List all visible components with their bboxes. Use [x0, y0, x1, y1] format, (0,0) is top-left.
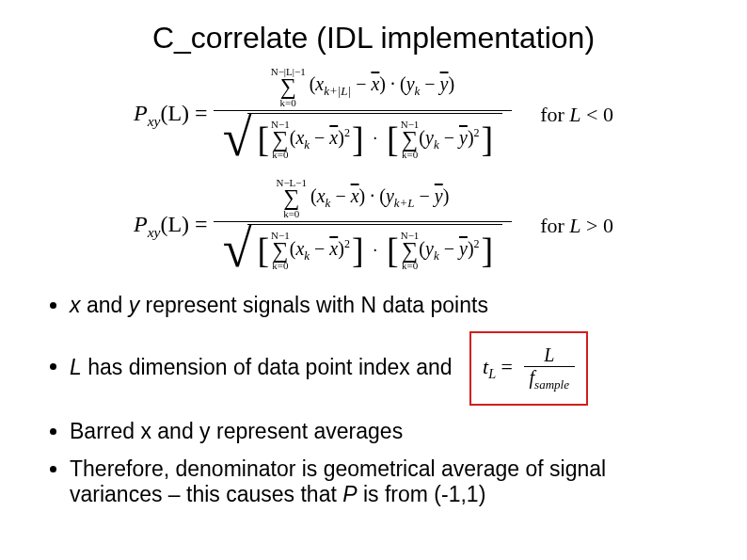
formula-fraction-neg: N−|L|−1 ∑ k=0 (xk+|L| − x) · (yk − y) √ … [214, 65, 513, 165]
list-item: Barred x and y represent averages [70, 419, 700, 443]
page-title: C_correlate (IDL implementation) [0, 21, 747, 56]
formula-lhs: Pxy(L) = [134, 101, 208, 130]
list-item: x and y represent signals with N data po… [70, 293, 700, 317]
formula-block: Pxy(L) = N−|L|−1 ∑ k=0 (xk+|L| − x) · (y… [16, 65, 731, 276]
formula-row-neg: Pxy(L) = N−|L|−1 ∑ k=0 (xk+|L| − x) · (y… [16, 65, 731, 165]
formula-lhs: Pxy(L) = [134, 212, 208, 241]
bullet-list: x and y represent signals with N data po… [70, 293, 700, 506]
formula-condition-pos: for L > 0 [540, 214, 613, 238]
sum-icon: N−1∑k=0 [271, 120, 290, 161]
sum-icon: N−1∑k=0 [271, 231, 290, 272]
sum-icon: N−|L|−1 ∑ k=0 [271, 67, 306, 108]
formula-condition-neg: for L < 0 [540, 103, 613, 127]
sum-icon: N−1∑k=0 [401, 231, 420, 272]
formula-fraction-pos: N−L−1 ∑ k=0 (xk − x) · (yk+L − y) √ [ N−… [214, 176, 513, 276]
sum-icon: N−1∑k=0 [401, 120, 420, 161]
list-item: Therefore, denominator is geometrical av… [70, 456, 700, 506]
sum-icon: N−L−1 ∑ k=0 [276, 178, 307, 219]
list-item: L has dimension of data point index and … [70, 331, 700, 406]
tl-formula-box: tL = L fsample [469, 331, 588, 406]
formula-row-pos: Pxy(L) = N−L−1 ∑ k=0 (xk − x) · (yk+L − … [16, 176, 731, 276]
